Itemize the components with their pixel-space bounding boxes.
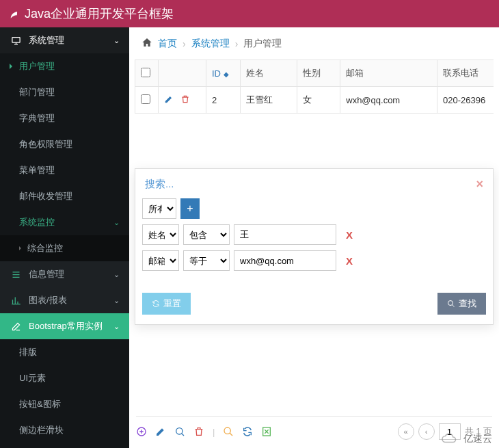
monitor-icon bbox=[10, 36, 22, 46]
nav-item-roles[interactable]: 角色权限管理 bbox=[0, 131, 129, 157]
nav-group-system[interactable]: 系统管理 ⌄ bbox=[0, 27, 129, 53]
add-condition-button[interactable]: + bbox=[180, 198, 200, 219]
edit-icon bbox=[10, 321, 22, 332]
svg-rect-0 bbox=[12, 37, 19, 42]
search-button[interactable]: 查找 bbox=[437, 293, 486, 315]
col-gender[interactable]: 性别 bbox=[297, 60, 340, 87]
nav-group-charts[interactable]: 图表/报表 ⌄ bbox=[0, 287, 129, 313]
refresh-icon bbox=[152, 300, 160, 308]
add-icon[interactable] bbox=[136, 426, 147, 437]
nav-item-buttons[interactable]: 按钮&图标 bbox=[0, 391, 129, 417]
chevron-down-icon: ⌄ bbox=[113, 270, 120, 279]
leaf-icon bbox=[8, 8, 21, 20]
nav-item-monitor[interactable]: 系统监控 ⌄ bbox=[0, 209, 129, 235]
nav-item-typography[interactable]: 排版 bbox=[0, 339, 129, 365]
col-email[interactable]: 邮箱 bbox=[340, 60, 437, 87]
breadcrumb: 首页 › 系统管理 › 用户管理 bbox=[129, 27, 499, 60]
reset-button[interactable]: 重置 bbox=[142, 293, 191, 315]
nav-label: 信息管理 bbox=[29, 268, 64, 280]
operator-select[interactable]: 等于 bbox=[183, 250, 230, 271]
breadcrumb-home[interactable]: 首页 bbox=[158, 38, 177, 50]
search-icon bbox=[447, 300, 455, 308]
separator: | bbox=[213, 427, 215, 437]
col-phone[interactable]: 联系电话 bbox=[437, 60, 494, 87]
cell-name: 王雪红 bbox=[241, 87, 297, 114]
nav-item-slider[interactable]: 侧边栏滑块 bbox=[0, 417, 129, 443]
breadcrumb-system[interactable]: 系统管理 bbox=[191, 38, 230, 50]
breadcrumb-leaf: 用户管理 bbox=[243, 38, 282, 50]
home-icon bbox=[141, 37, 152, 50]
select-all-checkbox[interactable] bbox=[141, 68, 150, 77]
nav-label: 图表/报表 bbox=[29, 294, 67, 306]
trash-icon[interactable] bbox=[180, 94, 190, 106]
cell-id: 2 bbox=[206, 87, 241, 114]
refresh-icon[interactable] bbox=[242, 426, 253, 437]
nav-item-menus[interactable]: 菜单管理 bbox=[0, 157, 129, 183]
svg-point-4 bbox=[224, 427, 230, 434]
nav-item-monitor-all[interactable]: 综合监控 bbox=[0, 235, 129, 261]
search-icon[interactable] bbox=[223, 426, 234, 437]
cell-email: wxh@qq.com bbox=[340, 87, 437, 114]
edit-icon[interactable] bbox=[164, 94, 174, 106]
remove-condition-icon[interactable]: X bbox=[346, 229, 353, 241]
sidebar: 系统管理 ⌄ 用户管理 部门管理 字典管理 角色权限管理 菜单管理 邮件收发管理… bbox=[0, 27, 129, 448]
pager: « ‹ 共 1 页 bbox=[398, 423, 492, 440]
operator-select[interactable]: 包含 bbox=[183, 224, 230, 245]
cell-gender: 女 bbox=[297, 87, 340, 114]
search-title: 搜索... bbox=[145, 178, 174, 191]
svg-point-3 bbox=[176, 428, 183, 434]
first-page-button[interactable]: « bbox=[398, 423, 414, 440]
value-input[interactable] bbox=[234, 250, 336, 271]
nav-item-users[interactable]: 用户管理 bbox=[0, 53, 129, 79]
page-input[interactable] bbox=[439, 423, 461, 440]
sort-icon: ◆ bbox=[224, 70, 229, 78]
toolbar: | « ‹ 共 1 页 bbox=[136, 416, 492, 440]
nav-item-dept[interactable]: 部门管理 bbox=[0, 79, 129, 105]
nav-label: 系统管理 bbox=[29, 34, 64, 47]
close-icon[interactable]: × bbox=[476, 177, 483, 192]
nav-item-mail[interactable]: 邮件收发管理 bbox=[0, 183, 129, 209]
chevron-down-icon: ⌄ bbox=[113, 322, 120, 331]
svg-point-1 bbox=[448, 301, 453, 306]
trash-icon[interactable] bbox=[193, 426, 204, 437]
field-select[interactable]: 邮箱 bbox=[142, 250, 179, 271]
view-icon[interactable] bbox=[174, 426, 185, 437]
app-header: Java企业通用开发平台框架 bbox=[0, 0, 499, 27]
remove-condition-icon[interactable]: X bbox=[346, 255, 353, 267]
col-name[interactable]: 姓名 bbox=[241, 60, 297, 87]
search-panel: 搜索... × 所有 + 姓名 包含 X 邮箱 等于 X bbox=[135, 168, 494, 325]
nav-group-info[interactable]: 信息管理 ⌄ bbox=[0, 261, 129, 287]
match-mode-select[interactable]: 所有 bbox=[142, 198, 176, 219]
chevron-right-icon: › bbox=[183, 38, 186, 49]
chevron-down-icon: ⌄ bbox=[113, 218, 120, 227]
condition-row: 姓名 包含 X bbox=[142, 224, 486, 245]
export-icon[interactable] bbox=[261, 426, 272, 437]
actions-header bbox=[159, 60, 206, 87]
content-area: 首页 › 系统管理 › 用户管理 ID◆ 姓名 性别 邮箱 联系电话 bbox=[129, 27, 499, 448]
total-pages-label: 共 1 页 bbox=[465, 425, 492, 438]
condition-row: 邮箱 等于 X bbox=[142, 250, 486, 271]
data-table: ID◆ 姓名 性别 邮箱 联系电话 bbox=[135, 60, 494, 114]
app-title: Java企业通用开发平台框架 bbox=[25, 5, 174, 22]
chevron-right-icon: › bbox=[235, 38, 239, 49]
nav-label: Bootstrap常用实例 bbox=[29, 320, 103, 332]
col-id[interactable]: ID◆ bbox=[206, 60, 241, 87]
chart-icon bbox=[10, 295, 22, 306]
prev-page-button[interactable]: ‹ bbox=[418, 423, 435, 440]
edit-icon[interactable] bbox=[155, 426, 166, 437]
list-icon bbox=[10, 269, 22, 280]
table-row: 2 王雪红 女 wxh@qq.com 020-26396 bbox=[135, 87, 494, 114]
nav-item-dict[interactable]: 字典管理 bbox=[0, 105, 129, 131]
nav-item-ui[interactable]: UI元素 bbox=[0, 365, 129, 391]
field-select[interactable]: 姓名 bbox=[142, 224, 179, 245]
chevron-down-icon: ⌄ bbox=[113, 36, 120, 45]
row-checkbox[interactable] bbox=[141, 94, 150, 104]
nav-item-nested[interactable]: 嵌套拖拽列表 bbox=[0, 443, 129, 448]
chevron-down-icon: ⌄ bbox=[113, 296, 120, 305]
cell-phone: 020-26396 bbox=[437, 87, 494, 114]
value-input[interactable] bbox=[234, 224, 336, 245]
nav-group-bootstrap[interactable]: Bootstrap常用实例 ⌄ bbox=[0, 313, 129, 339]
